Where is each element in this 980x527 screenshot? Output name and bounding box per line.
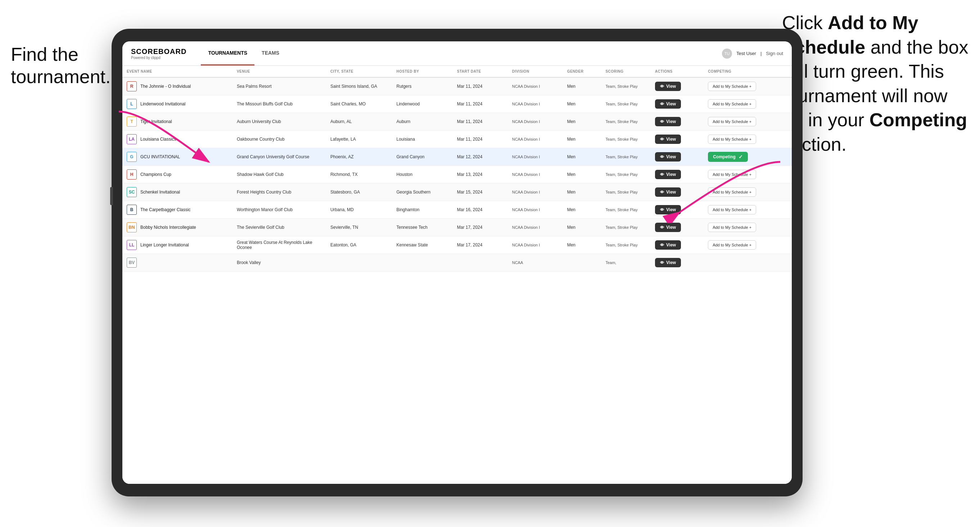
view-button[interactable]: 👁 View [655, 240, 681, 250]
td-scoring-2: Team, Stroke Play [601, 113, 651, 130]
logo-area: SCOREBOARD Powered by clippd [131, 48, 186, 60]
eye-icon: 👁 [660, 172, 664, 177]
competing-button[interactable]: Competing ✓ [708, 152, 748, 162]
td-venue-7: Worthington Manor Golf Club [232, 201, 326, 219]
td-venue-3: Oakbourne Country Club [232, 130, 326, 148]
td-gender-4: Men [563, 148, 601, 166]
add-schedule-button[interactable]: Add to My Schedule + [708, 99, 756, 109]
avatar: TU [722, 49, 732, 59]
td-competing-4: Competing ✓ [703, 148, 792, 166]
td-city-10 [326, 254, 392, 271]
td-gender-1: Men [563, 95, 601, 113]
td-competing-8: Add to My Schedule + [703, 219, 792, 237]
th-actions: ACTIONS [651, 66, 703, 77]
eye-icon: 👁 [660, 119, 664, 124]
td-actions-3: 👁 View [651, 130, 703, 148]
user-label: Test User [737, 51, 756, 56]
view-button[interactable]: 👁 View [655, 170, 681, 179]
td-date-10 [453, 254, 508, 271]
add-schedule-button[interactable]: Add to My Schedule + [708, 135, 756, 144]
td-competing-9: Add to My Schedule + [703, 237, 792, 254]
view-button[interactable]: 👁 View [655, 117, 681, 126]
td-competing-6: Add to My Schedule + [703, 183, 792, 201]
team-logo: B [127, 205, 137, 215]
table-row: G GCU INVITATIONAL Grand Canyon Universi… [123, 148, 792, 166]
logo-sub: Powered by clippd [131, 56, 186, 60]
td-city-8: Sevierville, TN [326, 219, 392, 237]
view-button[interactable]: 👁 View [655, 187, 681, 197]
td-venue-4: Grand Canyon University Golf Course [232, 148, 326, 166]
td-city-6: Statesboro, GA [326, 183, 392, 201]
td-venue-9: Great Waters Course At Reynolds Lake Oco… [232, 237, 326, 254]
td-event-6: SC Schenkel Invitational [123, 183, 232, 201]
add-schedule-button[interactable]: Add to My Schedule + [708, 82, 756, 91]
eye-icon: 👁 [660, 208, 664, 212]
tab-teams[interactable]: TEAMS [255, 41, 286, 65]
td-competing-0: Add to My Schedule + [703, 77, 792, 95]
table-row: LL Linger Longer Invitational Great Wate… [123, 237, 792, 254]
td-division-0: NCAA Division I [508, 77, 563, 95]
tablet-screen: SCOREBOARD Powered by clippd TOURNAMENTS… [123, 41, 792, 484]
add-schedule-button[interactable]: Add to My Schedule + [708, 223, 756, 232]
td-scoring-10: Team, [601, 254, 651, 271]
td-date-4: Mar 12, 2024 [453, 148, 508, 166]
td-scoring-3: Team, Stroke Play [601, 130, 651, 148]
event-name: The Carpetbagger Classic [140, 207, 190, 212]
add-schedule-button[interactable]: Add to My Schedule + [708, 240, 756, 250]
td-event-5: H Champions Cup [123, 166, 232, 183]
td-gender-9: Men [563, 237, 601, 254]
td-date-3: Mar 11, 2024 [453, 130, 508, 148]
td-gender-5: Men [563, 166, 601, 183]
th-event: EVENT NAME [123, 66, 232, 77]
table-row: B The Carpetbagger Classic Worthington M… [123, 201, 792, 219]
td-competing-7: Add to My Schedule + [703, 201, 792, 219]
td-actions-1: 👁 View [651, 95, 703, 113]
view-button[interactable]: 👁 View [655, 135, 681, 144]
td-event-1: L Lindenwood Invitational [123, 95, 232, 113]
td-date-1: Mar 11, 2024 [453, 95, 508, 113]
add-schedule-button[interactable]: Add to My Schedule + [708, 170, 756, 179]
event-name: Louisiana Classics [140, 137, 176, 142]
team-logo: L [127, 99, 137, 109]
td-division-8: NCAA Division I [508, 219, 563, 237]
event-name: GCU INVITATIONAL [140, 154, 180, 159]
table-row: L Lindenwood Invitational The Missouri B… [123, 95, 792, 113]
header-right: TU Test User | Sign out [722, 49, 783, 59]
signout-link[interactable]: Sign out [766, 51, 783, 56]
tablet-frame: SCOREBOARD Powered by clippd TOURNAMENTS… [111, 29, 803, 497]
td-city-7: Urbana, MD [326, 201, 392, 219]
td-date-6: Mar 15, 2024 [453, 183, 508, 201]
event-name: Schenkel Invitational [140, 190, 180, 195]
table-row: BV Brook ValleyNCAATeam, 👁 View [123, 254, 792, 271]
td-actions-10: 👁 View [651, 254, 703, 271]
td-scoring-0: Team, Stroke Play [601, 77, 651, 95]
td-hosted-9: Kennesaw State [392, 237, 453, 254]
td-gender-7: Men [563, 201, 601, 219]
td-hosted-10 [392, 254, 453, 271]
eye-icon: 👁 [660, 84, 664, 89]
td-event-7: B The Carpetbagger Classic [123, 201, 232, 219]
view-button[interactable]: 👁 View [655, 223, 681, 232]
add-schedule-button[interactable]: Add to My Schedule + [708, 187, 756, 197]
table-row: T Tiger Invitational Auburn University C… [123, 113, 792, 130]
td-event-0: R The Johnnie - O Individual [123, 77, 232, 95]
view-button[interactable]: 👁 View [655, 205, 681, 214]
view-button[interactable]: 👁 View [655, 258, 681, 267]
view-button[interactable]: 👁 View [655, 82, 681, 91]
tab-tournaments[interactable]: TOURNAMENTS [201, 41, 255, 65]
add-schedule-button[interactable]: Add to My Schedule + [708, 117, 756, 126]
view-button[interactable]: 👁 View [655, 152, 681, 162]
tablet-side-button [110, 187, 113, 205]
table-row: LA Louisiana Classics Oakbourne Country … [123, 130, 792, 148]
team-logo: LL [127, 240, 137, 250]
td-event-8: BN Bobby Nichols Intercollegiate [123, 219, 232, 237]
table-row: SC Schenkel Invitational Forest Heights … [123, 183, 792, 201]
team-logo: BN [127, 222, 137, 232]
td-gender-0: Men [563, 77, 601, 95]
td-gender-10 [563, 254, 601, 271]
team-logo: G [127, 152, 137, 162]
table-row: BN Bobby Nichols Intercollegiate The Sev… [123, 219, 792, 237]
view-button[interactable]: 👁 View [655, 99, 681, 109]
td-scoring-8: Team, Stroke Play [601, 219, 651, 237]
add-schedule-button[interactable]: Add to My Schedule + [708, 205, 756, 214]
